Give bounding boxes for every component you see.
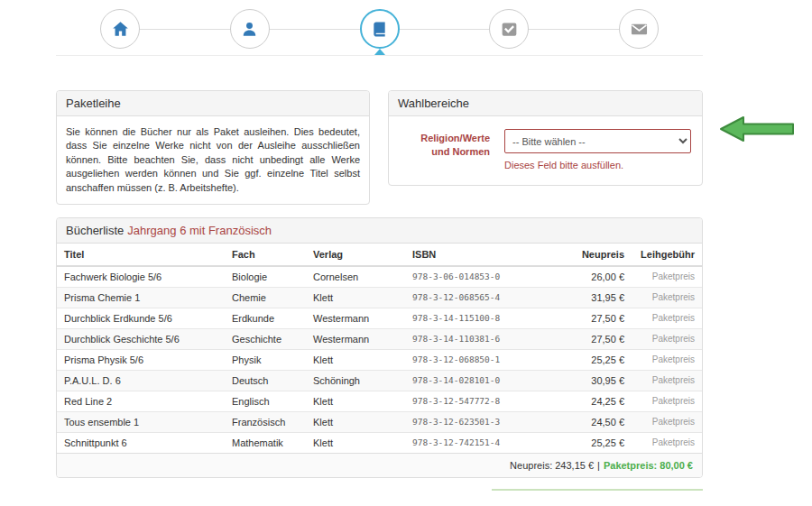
cell-titel: Prisma Physik 5/6 xyxy=(57,349,225,370)
paketleihe-panel-title: Paketleihe xyxy=(57,91,369,116)
table-row: Durchblick Geschichte 5/6GeschichteWeste… xyxy=(57,328,702,349)
green-arrow-icon xyxy=(719,115,795,143)
cell-leihgebuehr: Paketpreis xyxy=(632,411,702,432)
page: Paketleihe Sie können die Bücher nur als… xyxy=(56,0,703,491)
book-icon xyxy=(371,21,388,38)
paketleihe-panel: Paketleihe Sie können die Bücher nur als… xyxy=(56,90,370,205)
cell-titel: Fachwerk Biologie 5/6 xyxy=(57,266,225,288)
religion-field-label: Religion/Werte und Normen xyxy=(400,129,490,170)
cell-verlag: Klett xyxy=(306,391,405,411)
column-header-isbn: ISBN xyxy=(405,244,548,266)
cell-fach: Mathematik xyxy=(225,432,306,453)
step-confirm[interactable] xyxy=(489,9,529,49)
user-icon xyxy=(241,21,258,38)
cell-verlag: Cornelsen xyxy=(306,266,405,288)
cell-titel: Prisma Chemie 1 xyxy=(57,287,225,308)
cell-isbn: 978-3-14-028101-0 xyxy=(405,370,548,391)
cell-isbn: 978-3-14-115100-8 xyxy=(405,308,548,328)
table-body: Fachwerk Biologie 5/6BiologieCornelsen97… xyxy=(57,266,702,453)
cell-neupreis: 27,50 € xyxy=(548,308,632,328)
religion-select[interactable]: -- Bitte wählen -- xyxy=(504,129,691,153)
table-header-row: Titel Fach Verlag ISBN Neupreis Leihgebü… xyxy=(57,244,702,266)
active-step-caret xyxy=(374,49,385,55)
cell-fach: Erdkunde xyxy=(225,308,306,328)
cell-neupreis: 25,25 € xyxy=(548,432,632,453)
books-table: Titel Fach Verlag ISBN Neupreis Leihgebü… xyxy=(57,244,702,453)
buecherliste-title: Bücherliste xyxy=(66,224,124,237)
step-mail[interactable] xyxy=(619,9,659,49)
cell-fach: Deutsch xyxy=(225,370,306,391)
home-icon xyxy=(112,21,129,38)
cell-fach: Physik xyxy=(225,349,306,370)
cell-titel: Tous ensemble 1 xyxy=(57,411,225,432)
cell-leihgebuehr: Paketpreis xyxy=(632,266,702,288)
buecherliste-panel-title: BücherlisteJahrgang 6 mit Französisch xyxy=(57,218,702,244)
buecherliste-panel: BücherlisteJahrgang 6 mit Französisch Ti… xyxy=(56,217,703,478)
cell-leihgebuehr: Paketpreis xyxy=(632,391,702,411)
cell-neupreis: 25,25 € xyxy=(548,349,632,370)
cell-leihgebuehr: Paketpreis xyxy=(632,370,702,391)
check-icon xyxy=(501,21,518,38)
validation-message: Dieses Feld bitte ausfüllen. xyxy=(504,160,691,170)
cell-isbn: 978-3-12-068565-4 xyxy=(405,287,548,308)
wizard-stepper xyxy=(56,0,703,56)
cell-titel: P.A.U.L. D. 6 xyxy=(57,370,225,391)
table-footer: Neupreis: 243,15 €|Paketpreis: 80,00 € xyxy=(57,453,702,477)
column-header-fach: Fach xyxy=(225,244,306,266)
cell-leihgebuehr: Paketpreis xyxy=(632,308,702,328)
cell-neupreis: 24,25 € xyxy=(548,391,632,411)
step-user[interactable] xyxy=(230,9,270,49)
cell-fach: Chemie xyxy=(225,287,306,308)
cell-isbn: 978-3-12-068850-1 xyxy=(405,349,548,370)
table-row: Prisma Physik 5/6PhysikKlett978-3-12-068… xyxy=(57,349,702,370)
cell-verlag: Westermann xyxy=(306,308,405,328)
cell-fach: Biologie xyxy=(225,266,306,288)
step-home[interactable] xyxy=(100,9,140,49)
column-header-titel: Titel xyxy=(57,244,225,266)
cell-fach: Französisch xyxy=(225,411,306,432)
cell-verlag: Klett xyxy=(306,349,405,370)
cell-isbn: 978-3-06-014853-0 xyxy=(405,266,548,288)
cell-titel: Durchblick Erdkunde 5/6 xyxy=(57,308,225,328)
column-header-leihgebuehr: Leihgebühr xyxy=(632,244,702,266)
footer-separator: | xyxy=(597,460,600,471)
cell-titel: Durchblick Geschichte 5/6 xyxy=(57,328,225,349)
paketleihe-text: Sie können die Bücher nur als Paket ausl… xyxy=(66,125,360,195)
cell-neupreis: 27,50 € xyxy=(548,328,632,349)
table-row: Fachwerk Biologie 5/6BiologieCornelsen97… xyxy=(57,266,702,288)
cell-fach: Geschichte xyxy=(225,328,306,349)
cell-isbn: 978-3-12-742151-4 xyxy=(405,432,548,453)
table-row: P.A.U.L. D. 6DeutschSchöningh978-3-14-02… xyxy=(57,370,702,391)
cell-verlag: Westermann xyxy=(306,328,405,349)
cell-verlag: Klett xyxy=(306,287,405,308)
column-header-neupreis: Neupreis xyxy=(548,244,632,266)
cell-isbn: 978-3-12-623501-3 xyxy=(405,411,548,432)
cell-neupreis: 30,95 € xyxy=(548,370,632,391)
neupreis-total: Neupreis: 243,15 € xyxy=(510,460,594,471)
section-divider xyxy=(492,489,703,491)
cell-verlag: Klett xyxy=(306,411,405,432)
cell-verlag: Schöningh xyxy=(306,370,405,391)
cell-fach: Englisch xyxy=(225,391,306,411)
table-row: Durchblick Erdkunde 5/6ErdkundeWesterman… xyxy=(57,308,702,328)
wahlbereiche-panel: Wahlbereiche Religion/Werte und Normen -… xyxy=(388,90,703,186)
cell-isbn: 978-3-14-110381-6 xyxy=(405,328,548,349)
buecherliste-subtitle: Jahrgang 6 mit Französisch xyxy=(127,224,272,237)
step-books[interactable] xyxy=(360,9,400,49)
cell-leihgebuehr: Paketpreis xyxy=(632,349,702,370)
cell-isbn: 978-3-12-547772-8 xyxy=(405,391,548,411)
column-header-verlag: Verlag xyxy=(306,244,405,266)
cell-verlag: Klett xyxy=(306,432,405,453)
table-row: Prisma Chemie 1ChemieKlett978-3-12-06856… xyxy=(57,287,702,308)
mail-icon xyxy=(631,21,648,38)
table-row: Tous ensemble 1FranzösischKlett978-3-12-… xyxy=(57,411,702,432)
cell-titel: Red Line 2 xyxy=(57,391,225,411)
cell-neupreis: 24,50 € xyxy=(548,411,632,432)
cell-neupreis: 26,00 € xyxy=(548,266,632,288)
table-row: Schnittpunkt 6MathematikKlett978-3-12-74… xyxy=(57,432,702,453)
paketpreis-total: Paketpreis: 80,00 € xyxy=(604,460,693,471)
cell-leihgebuehr: Paketpreis xyxy=(632,328,702,349)
cell-leihgebuehr: Paketpreis xyxy=(632,432,702,453)
cell-leihgebuehr: Paketpreis xyxy=(632,287,702,308)
wahlbereiche-panel-title: Wahlbereiche xyxy=(389,91,702,116)
